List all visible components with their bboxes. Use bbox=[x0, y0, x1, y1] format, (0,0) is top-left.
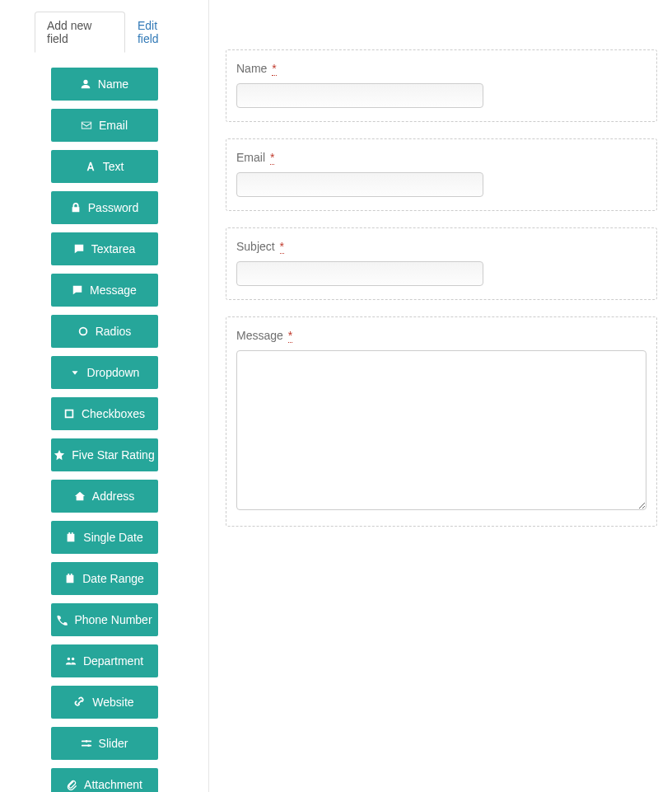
field-type-single-date[interactable]: Single Date bbox=[51, 521, 158, 554]
users-icon bbox=[65, 655, 77, 667]
field-type-label: Department bbox=[83, 654, 143, 668]
paperclip-icon bbox=[66, 779, 77, 790]
field-type-website[interactable]: Website bbox=[51, 686, 158, 719]
home-icon bbox=[74, 490, 86, 502]
message-textarea[interactable] bbox=[236, 350, 646, 510]
square-icon bbox=[63, 408, 75, 419]
label-text: Email bbox=[236, 151, 265, 164]
label-text: Name bbox=[236, 62, 267, 75]
tab-add-new-field[interactable]: Add new field bbox=[35, 12, 125, 53]
field-type-label: Date Range bbox=[82, 572, 144, 585]
sliders-icon bbox=[81, 738, 92, 749]
field-type-five-star-rating[interactable]: Five Star Rating bbox=[51, 438, 158, 471]
field-label: Message * bbox=[236, 329, 646, 342]
envelope-icon bbox=[81, 120, 92, 131]
name-input[interactable] bbox=[236, 83, 483, 108]
field-type-label: Attachment bbox=[84, 778, 142, 791]
user-icon bbox=[80, 78, 91, 90]
lock-icon bbox=[70, 202, 82, 213]
field-type-department[interactable]: Department bbox=[51, 644, 158, 677]
field-label: Subject * bbox=[236, 240, 646, 253]
required-marker: * bbox=[280, 240, 284, 254]
field-type-label: Address bbox=[92, 490, 134, 503]
form-field-subject[interactable]: Subject * bbox=[226, 227, 657, 300]
form-field-message[interactable]: Message * bbox=[226, 316, 657, 527]
field-type-label: Password bbox=[88, 201, 138, 214]
required-marker: * bbox=[270, 151, 274, 165]
subject-input[interactable] bbox=[236, 261, 483, 286]
required-marker: * bbox=[288, 329, 292, 343]
field-type-checkboxes[interactable]: Checkboxes bbox=[51, 397, 158, 430]
svg-point-3 bbox=[87, 744, 90, 747]
tab-edit-field[interactable]: Edit field bbox=[125, 12, 192, 53]
form-field-name[interactable]: Name * bbox=[226, 49, 657, 122]
field-type-label: Website bbox=[92, 696, 133, 709]
field-type-label: Slider bbox=[99, 737, 128, 750]
field-type-label: Textarea bbox=[91, 242, 136, 255]
field-type-label: Dropdown bbox=[87, 366, 140, 379]
field-type-list: NameEmailTextPasswordTextareaMessageRadi… bbox=[16, 68, 192, 792]
field-type-textarea[interactable]: Textarea bbox=[51, 232, 158, 265]
sidebar: Add new field Edit field NameEmailTextPa… bbox=[0, 0, 209, 792]
field-type-label: Phone Number bbox=[74, 613, 152, 626]
star-icon bbox=[54, 449, 65, 461]
field-label: Email * bbox=[236, 151, 646, 164]
label-text: Message bbox=[236, 329, 283, 342]
phone-icon bbox=[56, 614, 68, 626]
field-type-address[interactable]: Address bbox=[51, 480, 158, 513]
field-type-email[interactable]: Email bbox=[51, 109, 158, 142]
field-type-message[interactable]: Message bbox=[51, 274, 158, 307]
field-type-dropdown[interactable]: Dropdown bbox=[51, 356, 158, 389]
comment-icon bbox=[73, 243, 85, 255]
font-icon bbox=[85, 161, 96, 172]
svg-point-2 bbox=[85, 740, 87, 743]
field-type-label: Five Star Rating bbox=[72, 448, 154, 462]
field-type-label: Message bbox=[90, 284, 137, 297]
svg-point-0 bbox=[79, 328, 86, 335]
field-type-label: Name bbox=[98, 77, 128, 91]
field-type-label: Radios bbox=[96, 325, 132, 338]
form-canvas: Name * Email * Subject * Message * bbox=[209, 0, 672, 792]
email-input[interactable] bbox=[236, 172, 483, 197]
calendar-icon bbox=[64, 573, 76, 584]
form-field-email[interactable]: Email * bbox=[226, 138, 657, 211]
link-icon bbox=[74, 696, 86, 708]
field-type-text[interactable]: Text bbox=[51, 150, 158, 183]
field-type-label: Checkboxes bbox=[82, 407, 145, 420]
field-type-attachment[interactable]: Attachment bbox=[51, 768, 158, 792]
field-type-label: Single Date bbox=[83, 531, 142, 544]
comment-icon bbox=[72, 284, 83, 296]
field-type-label: Email bbox=[99, 119, 128, 132]
caret-down-icon bbox=[69, 367, 81, 378]
field-type-slider[interactable]: Slider bbox=[51, 727, 158, 760]
field-type-date-range[interactable]: Date Range bbox=[51, 562, 158, 595]
label-text: Subject bbox=[236, 240, 275, 253]
required-marker: * bbox=[272, 62, 276, 76]
field-type-label: Text bbox=[103, 160, 124, 173]
field-type-radios[interactable]: Radios bbox=[51, 315, 158, 348]
field-type-name[interactable]: Name bbox=[51, 68, 158, 101]
field-type-phone-number[interactable]: Phone Number bbox=[51, 603, 158, 636]
svg-rect-1 bbox=[66, 410, 73, 418]
field-label: Name * bbox=[236, 62, 646, 75]
tabs: Add new field Edit field bbox=[35, 12, 192, 53]
circle-icon bbox=[77, 326, 89, 337]
field-type-password[interactable]: Password bbox=[51, 191, 158, 224]
calendar-icon bbox=[65, 532, 77, 543]
